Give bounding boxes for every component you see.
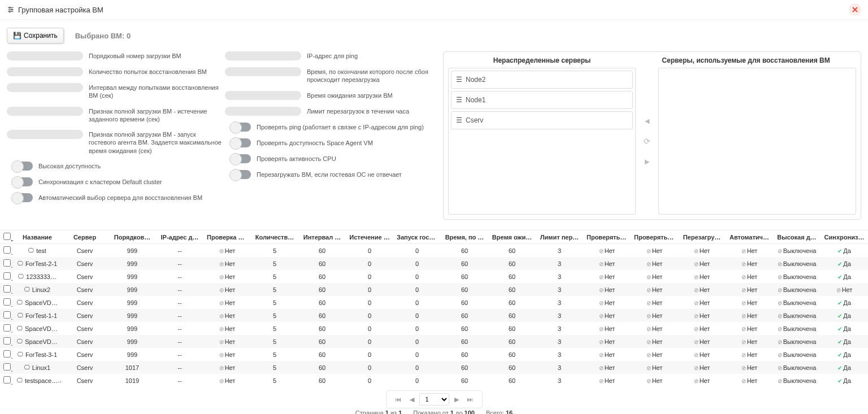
text-input[interactable] [7, 107, 83, 116]
text-input[interactable] [225, 67, 301, 76]
row-checkbox[interactable] [3, 376, 11, 384]
cell-expire: 0 [346, 296, 393, 309]
cell-time-wait: 60 [488, 348, 536, 361]
server-icon: ☰ [456, 116, 462, 124]
text-input[interactable] [225, 91, 301, 100]
display-icon: 🖵 [17, 338, 23, 345]
denied-icon: ⊘ [694, 261, 698, 267]
column-header[interactable]: Истечение … [346, 230, 393, 244]
cell-check-ping: ⊘Нет [203, 270, 251, 283]
move-right-button[interactable]: ► [643, 157, 651, 166]
server-item[interactable]: ☰Cserv [451, 111, 633, 129]
cell-auto: ⊘Нет [726, 361, 773, 374]
table-row[interactable]: 🖵SpaceVD… Cserv 999 -- ⊘Нет 5 60 0 0 60 … [0, 335, 868, 348]
column-header[interactable]: Количеств… [251, 230, 298, 244]
cell-reboot: ⊘Нет [678, 322, 726, 335]
refresh-button[interactable]: ⟳ [644, 137, 650, 146]
text-input[interactable] [7, 67, 83, 76]
server-item[interactable]: ☰Node2 [451, 71, 633, 89]
pager-next-button[interactable]: ▶ [450, 393, 463, 406]
pager-shown-info: Показано от 1 до 100 [413, 409, 475, 414]
cell-order: 999 [108, 322, 156, 335]
cell-time-wait: 60 [488, 283, 536, 296]
pager-first-button[interactable]: ⏮ [392, 393, 405, 406]
row-checkbox[interactable] [3, 350, 11, 358]
row-checkbox[interactable] [3, 363, 11, 371]
row-checkbox[interactable] [3, 311, 11, 319]
pager-page-select[interactable]: 1 [419, 393, 449, 406]
server-item[interactable]: ☰Node1 [451, 91, 633, 109]
cell-sync: ✔Да [821, 309, 868, 322]
cell-server: Cserv [61, 374, 108, 387]
text-input[interactable] [7, 83, 83, 92]
cell-time-after: 60 [441, 309, 488, 322]
cell-expire: 0 [346, 257, 393, 270]
denied-icon: ⊘ [646, 261, 651, 267]
row-checkbox[interactable] [3, 272, 11, 280]
text-input[interactable] [225, 51, 301, 60]
save-button[interactable]: 💾 Сохранить [7, 28, 64, 43]
table-row[interactable]: 🖵Linux2 Cserv 999 -- ⊘Нет 5 60 0 0 60 60… [0, 283, 868, 296]
cell-check-ping: ⊘Нет [203, 244, 251, 258]
column-header[interactable]: Синхрониз… [821, 230, 868, 244]
table-row[interactable]: 🖵ForTest-2-1 Cserv 999 -- ⊘Нет 5 60 0 0 … [0, 257, 868, 270]
row-checkbox[interactable] [3, 324, 11, 332]
table-row[interactable]: 🖵testspace… Cserv 1019 -- ⊘Нет 5 60 0 0 … [0, 374, 868, 387]
column-header[interactable]: Перезагру… [678, 230, 726, 244]
column-header[interactable]: Интервал … [298, 230, 346, 244]
column-header[interactable]: Проверка p… [203, 230, 251, 244]
field-label: Признак полной загрузки ВМ - запуск гост… [89, 130, 222, 155]
toggle-label: Проверять активность CPU [257, 154, 336, 163]
toggle-switch[interactable] [231, 138, 251, 147]
denied-icon: ⊘ [599, 300, 604, 306]
pager-prev-button[interactable]: ◀ [406, 393, 418, 406]
cell-time-wait: 60 [488, 257, 536, 270]
cell-ip: -- [156, 374, 203, 387]
row-checkbox[interactable] [3, 259, 11, 267]
column-header[interactable]: Автоматич… [726, 230, 773, 244]
column-header[interactable]: Запуск гост… [393, 230, 441, 244]
text-input[interactable] [7, 130, 83, 139]
move-left-button[interactable]: ◄ [643, 116, 651, 125]
window-header: Групповая настройка ВМ [0, 0, 868, 20]
column-header[interactable]: Время, по … [441, 230, 488, 244]
column-header[interactable]: Порядков… [108, 230, 156, 244]
row-checkbox[interactable] [3, 337, 11, 345]
select-all-checkbox[interactable] [3, 233, 11, 240]
table-row[interactable]: 🖵1233333… Cserv 999 -- ⊘Нет 5 60 0 0 60 … [0, 270, 868, 283]
cell-check1: ⊘Нет [583, 309, 631, 322]
close-button[interactable] [849, 3, 861, 16]
row-checkbox[interactable] [3, 246, 11, 254]
column-header[interactable] [0, 230, 14, 244]
column-header[interactable]: Высокая д… [773, 230, 821, 244]
row-checkbox[interactable] [3, 285, 11, 293]
text-input[interactable] [225, 107, 301, 116]
column-header[interactable]: Сервер [61, 230, 108, 244]
column-header[interactable]: Проверять … [583, 230, 631, 244]
denied-icon: ⊘ [599, 287, 604, 293]
column-header[interactable]: Лимит пер… [536, 230, 583, 244]
table-row[interactable]: 🖵SpaceVD… Cserv 999 -- ⊘Нет 5 60 0 0 60 … [0, 296, 868, 309]
column-header[interactable]: IP-адрес д… [156, 230, 203, 244]
toggle-switch[interactable] [12, 193, 33, 202]
ok-icon: ✔ [837, 326, 842, 332]
column-header[interactable]: Время ожи… [488, 230, 536, 244]
toggle-switch[interactable] [231, 123, 251, 132]
table-row[interactable]: 🖵ForTest-1-1 Cserv 999 -- ⊘Нет 5 60 0 0 … [0, 309, 868, 322]
column-header[interactable]: Название [14, 230, 61, 244]
text-input[interactable] [7, 51, 83, 60]
table-row[interactable]: 🖵SpaceVD… Cserv 999 -- ⊘Нет 5 60 0 0 60 … [0, 322, 868, 335]
table-row[interactable]: 🖵test Cserv 999 -- ⊘Нет 5 60 0 0 60 60 3… [0, 244, 868, 258]
toggle-switch[interactable] [231, 170, 251, 179]
toggle-switch[interactable] [231, 154, 251, 163]
cell-limit: 3 [536, 322, 583, 335]
pager-last-button[interactable]: ⏭ [464, 393, 476, 406]
toggle-switch[interactable] [12, 177, 33, 186]
recovery-server-list[interactable] [658, 68, 856, 215]
toggle-switch[interactable] [12, 162, 33, 171]
table-row[interactable]: 🖵ForTest-3-1 Cserv 999 -- ⊘Нет 5 60 0 0 … [0, 348, 868, 361]
table-row[interactable]: 🖵Linux1 Cserv 1017 -- ⊘Нет 5 60 0 0 60 6… [0, 361, 868, 374]
cell-time-after: 60 [441, 296, 488, 309]
row-checkbox[interactable] [3, 298, 11, 306]
column-header[interactable]: Проверять … [631, 230, 678, 244]
